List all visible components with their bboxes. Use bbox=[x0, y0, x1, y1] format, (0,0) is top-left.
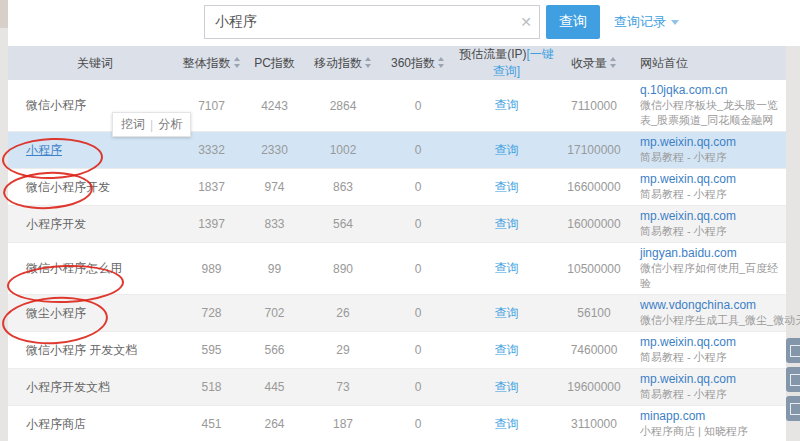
mobile-index-cell: 26 bbox=[308, 295, 378, 332]
360-index-cell: 0 bbox=[378, 206, 458, 243]
tooltip-divider: | bbox=[150, 118, 153, 132]
table-row: 微信小程序 开发文档 595 566 29 0 查询 7460000 mp.we… bbox=[8, 332, 786, 369]
header-overall-index[interactable]: 整体指数 bbox=[182, 46, 241, 80]
inclusion-cell: 10500000 bbox=[555, 243, 633, 295]
traffic-query-link[interactable]: 查询 bbox=[495, 380, 519, 394]
site-domain-link[interactable]: jingyan.baidu.com bbox=[640, 246, 786, 261]
traffic-query-link[interactable]: 查询 bbox=[495, 343, 519, 357]
pc-index-cell: 974 bbox=[241, 169, 308, 206]
next-panel-edge bbox=[8, 437, 786, 441]
pc-index-cell: 566 bbox=[241, 332, 308, 369]
header-pc-index: PC指数 bbox=[241, 46, 308, 80]
sort-icon[interactable] bbox=[438, 57, 445, 68]
traffic-query-link[interactable]: 查询 bbox=[495, 417, 519, 431]
site-domain-link[interactable]: mp.weixin.qq.com bbox=[640, 135, 786, 150]
keyword-cell: 小程序开发文档 bbox=[8, 369, 182, 406]
mobile-index-cell: 73 bbox=[308, 369, 378, 406]
site-description: 微信小程序板块_龙头股一览表_股票频道_同花顺金融网 bbox=[640, 98, 786, 128]
360-index-cell: 0 bbox=[378, 243, 458, 295]
site-domain-link[interactable]: www.vdongchina.com bbox=[640, 298, 786, 313]
keyword-cell: 微尘小程序 bbox=[8, 295, 182, 332]
keyword-cell: 微信小程序 开发文档 bbox=[8, 332, 182, 369]
site-description: 简易教程 - 小程序 bbox=[640, 387, 786, 402]
traffic-query-link[interactable]: 查询 bbox=[495, 306, 519, 320]
table-row: 微信小程序开发 1837 974 863 0 查询 16600000 mp.we… bbox=[8, 169, 786, 206]
pc-index-cell: 702 bbox=[241, 295, 308, 332]
traffic-query-link[interactable]: 查询 bbox=[495, 217, 519, 231]
sort-icon[interactable] bbox=[610, 57, 617, 68]
site-domain-link[interactable]: mp.weixin.qq.com bbox=[640, 335, 786, 350]
inclusion-cell: 16600000 bbox=[555, 169, 633, 206]
360-index-cell: 0 bbox=[378, 169, 458, 206]
overall-index-cell: 595 bbox=[182, 332, 241, 369]
overall-index-cell: 3332 bbox=[182, 132, 241, 169]
360-index-cell: 0 bbox=[378, 132, 458, 169]
table-row-hovered: 小程序 3332 2330 1002 0 查询 17100000 mp.weix… bbox=[8, 132, 786, 169]
dig-words-link[interactable]: 挖词 bbox=[121, 116, 145, 133]
query-history-link[interactable]: 查询记录 bbox=[614, 13, 679, 31]
site-description: 简易教程 - 小程序 bbox=[640, 350, 786, 365]
overall-index-cell: 728 bbox=[182, 295, 241, 332]
inclusion-cell: 19600000 bbox=[555, 369, 633, 406]
mobile-index-cell: 1002 bbox=[308, 132, 378, 169]
site-domain-link[interactable]: mp.weixin.qq.com bbox=[640, 372, 786, 387]
header-360-index[interactable]: 360指数 bbox=[378, 46, 458, 80]
pc-index-cell: 264 bbox=[241, 406, 308, 441]
traffic-query-link[interactable]: 查询 bbox=[495, 98, 519, 112]
keyword-cell: 微信小程序开发 bbox=[8, 169, 182, 206]
search-bar: ✕ 查询 查询记录 bbox=[8, 0, 800, 46]
inclusion-cell: 17100000 bbox=[555, 132, 633, 169]
inclusion-cell: 7110000 bbox=[555, 80, 633, 132]
traffic-query-link[interactable]: 查询 bbox=[495, 261, 519, 275]
table-row: 小程序商店 451 264 187 0 查询 3110000 minapp.co… bbox=[8, 406, 786, 441]
traffic-query-link[interactable]: 查询 bbox=[495, 143, 519, 157]
site-domain-link[interactable]: minapp.com bbox=[640, 409, 786, 424]
query-button[interactable]: 查询 bbox=[546, 5, 600, 39]
pc-index-cell: 2330 bbox=[241, 132, 308, 169]
header-top-site: 网站首位 bbox=[633, 46, 786, 80]
inclusion-cell: 56100 bbox=[555, 295, 633, 332]
analyze-link[interactable]: 分析 bbox=[158, 116, 182, 133]
header-mobile-index[interactable]: 移动指数 bbox=[308, 46, 378, 80]
inclusion-cell: 7460000 bbox=[555, 332, 633, 369]
inclusion-cell: 3110000 bbox=[555, 406, 633, 441]
keyword-results-table: 关键词 整体指数 PC指数 移动指数 360指数 预估流量(IP)[一键查询] … bbox=[8, 46, 786, 441]
table-row: 微尘小程序 728 702 26 0 查询 56100 www.vdongchi… bbox=[8, 295, 786, 332]
site-domain-link[interactable]: q.10jqka.com.cn bbox=[640, 83, 786, 98]
keyword-search-input[interactable] bbox=[204, 5, 540, 39]
360-index-cell: 0 bbox=[378, 369, 458, 406]
360-index-cell: 0 bbox=[378, 332, 458, 369]
mobile-index-cell: 890 bbox=[308, 243, 378, 295]
site-description: 简易教程 - 小程序 bbox=[640, 150, 786, 165]
overall-index-cell: 518 bbox=[182, 369, 241, 406]
360-index-cell: 0 bbox=[378, 295, 458, 332]
pc-index-cell: 99 bbox=[241, 243, 308, 295]
pc-index-cell: 833 bbox=[241, 206, 308, 243]
header-inclusion[interactable]: 收录量 bbox=[555, 46, 633, 80]
table-row: 小程序开发 1397 833 564 0 查询 16000000 mp.weix… bbox=[8, 206, 786, 243]
float-top-button[interactable] bbox=[786, 396, 800, 421]
table-row: 小程序开发文档 518 445 73 0 查询 19600000 mp.weix… bbox=[8, 369, 786, 406]
float-chat-button[interactable] bbox=[786, 367, 800, 392]
table-header-row: 关键词 整体指数 PC指数 移动指数 360指数 预估流量(IP)[一键查询] … bbox=[8, 46, 786, 80]
overall-index-cell: 989 bbox=[182, 243, 241, 295]
sort-icon[interactable] bbox=[365, 57, 372, 68]
float-contact-button[interactable] bbox=[786, 338, 800, 363]
clear-input-icon[interactable]: ✕ bbox=[520, 13, 532, 31]
mobile-index-cell: 2864 bbox=[308, 80, 378, 132]
table-row: 微信小程序怎么用 989 99 890 0 查询 10500000 jingya… bbox=[8, 243, 786, 295]
sort-icon[interactable] bbox=[234, 57, 241, 68]
header-keyword: 关键词 bbox=[8, 46, 182, 80]
overall-index-cell: 1397 bbox=[182, 206, 241, 243]
site-domain-link[interactable]: mp.weixin.qq.com bbox=[640, 209, 786, 224]
mobile-index-cell: 863 bbox=[308, 169, 378, 206]
keyword-cell: 小程序开发 bbox=[8, 206, 182, 243]
page-gutter bbox=[0, 0, 8, 28]
site-description: 简易教程 - 小程序 bbox=[640, 187, 786, 202]
site-description: 微信小程序如何使用_百度经验 bbox=[640, 261, 786, 291]
keyword-link[interactable]: 小程序 bbox=[26, 143, 62, 157]
traffic-query-link[interactable]: 查询 bbox=[495, 180, 519, 194]
keyword-action-tooltip: 挖词 | 分析 bbox=[112, 112, 191, 137]
site-domain-link[interactable]: mp.weixin.qq.com bbox=[640, 172, 786, 187]
header-traffic: 预估流量(IP)[一键查询] bbox=[458, 46, 555, 80]
